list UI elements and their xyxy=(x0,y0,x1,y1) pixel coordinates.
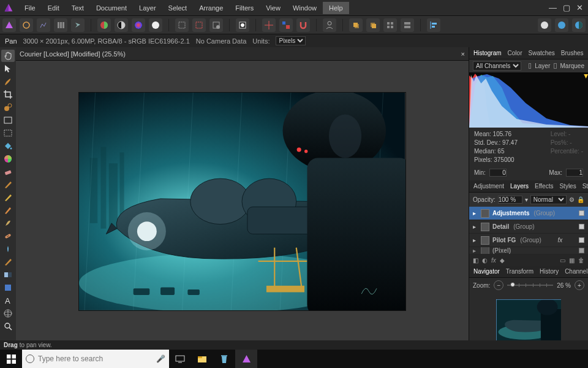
blend-mode-dropdown[interactable]: Normal xyxy=(530,195,567,204)
layer-row[interactable]: ▸(Pixel) xyxy=(469,247,588,255)
layer-checkbox[interactable] xyxy=(529,63,531,69)
fx-layer-icon[interactable]: fx xyxy=(491,257,496,264)
develop-persona-icon[interactable] xyxy=(37,18,50,32)
zoom-icon[interactable] xyxy=(1,320,15,332)
units-dropdown[interactable]: Pixels xyxy=(276,36,306,45)
opacity-chevron-icon[interactable]: ▾ xyxy=(525,196,528,203)
recycle-bin-icon[interactable] xyxy=(213,350,235,368)
tab-channels[interactable]: Channels xyxy=(563,267,588,276)
healing-icon[interactable] xyxy=(1,230,15,242)
menu-edit[interactable]: Edit xyxy=(42,2,66,14)
layer-row[interactable]: ▸Pilot FG(Group)fx xyxy=(469,234,588,247)
group-layer-icon[interactable]: ▭ xyxy=(560,257,565,264)
paint-bucket-icon[interactable] xyxy=(1,256,15,268)
flood-icon[interactable] xyxy=(1,140,15,152)
arrow-icon[interactable] xyxy=(1,63,15,75)
tab-transform[interactable]: Transform xyxy=(504,267,535,276)
canvas[interactable] xyxy=(16,61,469,342)
hand-icon[interactable] xyxy=(1,50,15,62)
disclosure-icon[interactable]: ▸ xyxy=(473,223,478,230)
layer-row[interactable]: ▸Adjustments(Group) xyxy=(469,207,588,220)
disclosure-icon[interactable]: ▸ xyxy=(473,247,478,254)
arrange-back-icon[interactable] xyxy=(366,18,380,32)
tab-stock[interactable]: Stock xyxy=(581,182,588,191)
color-wheel-icon[interactable] xyxy=(1,153,15,165)
paintbrush-icon[interactable] xyxy=(1,178,15,191)
text-a-icon[interactable]: A xyxy=(1,294,15,307)
menu-text[interactable]: Text xyxy=(66,2,90,14)
pencil-icon[interactable] xyxy=(1,204,15,217)
arrange-grid2-icon[interactable] xyxy=(401,18,414,32)
tab-history[interactable]: History xyxy=(538,267,560,276)
smudge-icon[interactable] xyxy=(1,217,15,229)
dotted-marquee-icon[interactable] xyxy=(1,127,15,139)
menu-layer[interactable]: Layer xyxy=(133,2,162,14)
marquee-icon[interactable] xyxy=(1,114,15,126)
disclosure-icon[interactable]: ▸ xyxy=(473,210,478,217)
tone-map-persona-icon[interactable] xyxy=(54,18,67,32)
export-persona-icon[interactable] xyxy=(71,18,85,32)
selection-refine-icon[interactable] xyxy=(209,18,223,32)
disclosure-icon[interactable]: ▸ xyxy=(473,237,478,243)
menu-document[interactable]: Document xyxy=(90,2,133,14)
tab-adjustment[interactable]: Adjustment xyxy=(472,182,506,191)
tab-brushes[interactable]: Brushes xyxy=(559,48,586,58)
mesh-icon[interactable] xyxy=(1,307,15,320)
hist-max-input[interactable] xyxy=(566,169,583,177)
gradient-icon[interactable] xyxy=(1,269,15,281)
layer-visibility-checkbox[interactable] xyxy=(579,224,584,229)
minimize-button[interactable]: — xyxy=(549,3,557,12)
live-filter-icon[interactable]: ◆ xyxy=(500,257,505,264)
layer-lock-icon[interactable]: 🔒 xyxy=(577,196,584,203)
affinity-task-icon[interactable] xyxy=(235,350,257,368)
liquify-icon[interactable] xyxy=(1,191,15,204)
maximize-button[interactable]: ▢ xyxy=(563,3,570,12)
photo-persona-icon[interactable] xyxy=(2,18,16,32)
hist-min-input[interactable] xyxy=(489,169,507,177)
layer-visibility-checkbox[interactable] xyxy=(579,248,584,253)
taskbar-search[interactable]: Type here to search 🎤 xyxy=(22,350,169,368)
menu-select[interactable]: Select xyxy=(162,2,194,14)
channels-dropdown[interactable]: All Channels xyxy=(473,61,521,71)
task-view-icon[interactable] xyxy=(169,350,191,368)
clone-icon[interactable] xyxy=(1,101,15,113)
delete-layer-icon[interactable]: 🗑 xyxy=(578,257,584,264)
document-tab-close[interactable]: × xyxy=(461,50,465,58)
mask-layer-icon[interactable]: ◧ xyxy=(473,257,478,264)
tab-effects[interactable]: Effects xyxy=(533,182,555,191)
marquee-checkbox[interactable] xyxy=(554,63,556,69)
layer-gear-icon[interactable]: ⚙ xyxy=(569,196,575,203)
sphere2-icon[interactable] xyxy=(555,18,568,32)
menu-filters[interactable]: Filters xyxy=(229,2,260,14)
file-explorer-icon[interactable] xyxy=(191,350,213,368)
layer-fx-badge[interactable]: fx xyxy=(558,237,563,243)
dodge-icon[interactable] xyxy=(1,243,15,255)
tab-layers[interactable]: Layers xyxy=(508,182,530,191)
arrange-front-icon[interactable] xyxy=(349,18,363,32)
tab-swatches[interactable]: Swatches xyxy=(526,48,556,58)
zoom-in-button[interactable]: + xyxy=(575,280,584,290)
crop-icon[interactable] xyxy=(1,88,15,101)
menu-file[interactable]: File xyxy=(18,2,42,14)
grid-flag-icon[interactable] xyxy=(279,18,293,32)
eraser-icon[interactable] xyxy=(1,166,15,178)
contrast-icon[interactable] xyxy=(115,18,128,32)
grid-red-icon[interactable] xyxy=(262,18,276,32)
menu-arrange[interactable]: Arrange xyxy=(193,2,229,14)
layer-visibility-checkbox[interactable] xyxy=(579,237,584,243)
mic-icon[interactable]: 🎤 xyxy=(156,355,165,363)
sphere3-icon[interactable] xyxy=(572,18,586,32)
brush-icon[interactable] xyxy=(1,75,15,88)
tab-navigator[interactable]: Navigator xyxy=(472,267,502,276)
opacity-input[interactable] xyxy=(498,196,522,204)
assistant-icon[interactable] xyxy=(323,18,336,32)
selection-red-icon[interactable] xyxy=(192,18,206,32)
layer-visibility-checkbox[interactable] xyxy=(579,210,584,216)
menu-view[interactable]: View xyxy=(260,2,287,14)
menu-window[interactable]: Window xyxy=(287,2,323,14)
color-wheel-icon[interactable] xyxy=(132,18,145,32)
close-button[interactable]: ✕ xyxy=(576,3,583,12)
quickmask-icon[interactable] xyxy=(236,18,249,32)
halftone-icon[interactable] xyxy=(97,18,111,32)
magnet-icon[interactable] xyxy=(296,18,310,32)
